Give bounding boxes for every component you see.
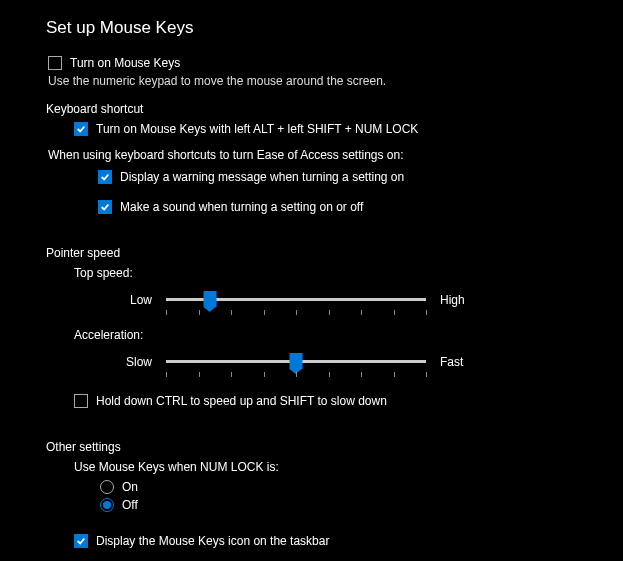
numlock-on-radio[interactable] — [100, 480, 114, 494]
sound-checkbox[interactable] — [98, 200, 112, 214]
slider-ticks — [166, 310, 426, 316]
page-title: Set up Mouse Keys — [46, 18, 623, 38]
ctrl-shift-checkbox[interactable] — [74, 394, 88, 408]
top-speed-low: Low — [74, 293, 166, 307]
ctrl-shift-label: Hold down CTRL to speed up and SHIFT to … — [96, 394, 387, 408]
sound-row: Make a sound when turning a setting on o… — [98, 200, 623, 214]
acceleration-high: Fast — [426, 355, 518, 369]
acceleration-thumb[interactable] — [290, 353, 303, 369]
acceleration-slider-row: Slow Fast — [74, 352, 623, 372]
check-icon — [100, 202, 110, 212]
turn-on-mouse-keys-row: Turn on Mouse Keys — [48, 56, 623, 70]
warning-label: Display a warning message when turning a… — [120, 170, 404, 184]
top-speed-label: Top speed: — [74, 266, 623, 280]
acceleration-low: Slow — [74, 355, 166, 369]
acceleration-label: Acceleration: — [74, 328, 623, 342]
top-speed-thumb[interactable] — [204, 291, 217, 307]
warning-row: Display a warning message when turning a… — [98, 170, 623, 184]
numlock-off-label: Off — [122, 498, 138, 512]
slider-ticks — [166, 372, 426, 378]
enable-shortcut-checkbox[interactable] — [74, 122, 88, 136]
numlock-on-row: On — [100, 480, 623, 494]
numlock-off-radio[interactable] — [100, 498, 114, 512]
taskbar-checkbox[interactable] — [74, 534, 88, 548]
keyboard-shortcut-header: Keyboard shortcut — [46, 102, 623, 116]
top-speed-high: High — [426, 293, 518, 307]
warning-checkbox[interactable] — [98, 170, 112, 184]
shortcut-intro: When using keyboard shortcuts to turn Ea… — [48, 148, 623, 162]
check-icon — [76, 536, 86, 546]
taskbar-label: Display the Mouse Keys icon on the taskb… — [96, 534, 329, 548]
top-speed-slider[interactable] — [166, 290, 426, 310]
other-settings-header: Other settings — [46, 440, 623, 454]
check-icon — [100, 172, 110, 182]
turn-on-mouse-keys-label: Turn on Mouse Keys — [70, 56, 180, 70]
enable-shortcut-row: Turn on Mouse Keys with left ALT + left … — [74, 122, 623, 136]
numlock-on-label: On — [122, 480, 138, 494]
top-speed-slider-row: Low High — [74, 290, 623, 310]
pointer-speed-header: Pointer speed — [46, 246, 623, 260]
enable-shortcut-label: Turn on Mouse Keys with left ALT + left … — [96, 122, 418, 136]
check-icon — [76, 124, 86, 134]
sound-label: Make a sound when turning a setting on o… — [120, 200, 363, 214]
turn-on-desc: Use the numeric keypad to move the mouse… — [48, 74, 623, 88]
ctrl-shift-row: Hold down CTRL to speed up and SHIFT to … — [74, 394, 623, 408]
numlock-label: Use Mouse Keys when NUM LOCK is: — [74, 460, 623, 474]
turn-on-mouse-keys-checkbox[interactable] — [48, 56, 62, 70]
numlock-off-row: Off — [100, 498, 623, 512]
taskbar-row: Display the Mouse Keys icon on the taskb… — [74, 534, 623, 548]
acceleration-slider[interactable] — [166, 352, 426, 372]
